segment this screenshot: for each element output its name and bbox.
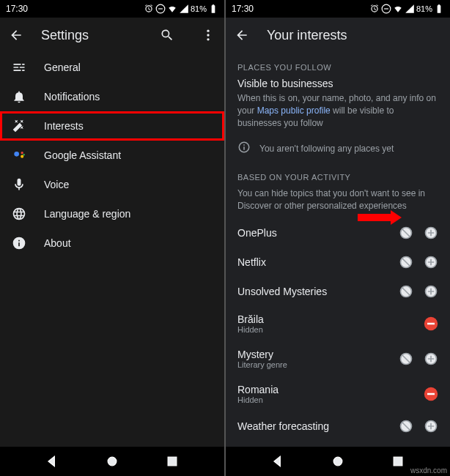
topic-row[interactable]: OnePlus — [226, 218, 450, 248]
svg-rect-9 — [168, 457, 177, 466]
svg-point-1 — [207, 30, 209, 32]
status-icons: 81% — [369, 4, 444, 14]
settings-item-notifications[interactable]: Notifications — [0, 82, 224, 111]
wifi-icon — [167, 4, 177, 14]
settings-list: General Notifications Interests Google A… — [0, 53, 224, 447]
settings-label: About — [44, 237, 71, 249]
back-icon[interactable] — [235, 28, 249, 42]
add-icon[interactable] — [424, 255, 438, 269]
watermark: wsxdn.com — [410, 466, 447, 475]
svg-point-5 — [21, 152, 23, 154]
page-title: Your interests — [267, 28, 441, 43]
block-icon[interactable] — [399, 255, 413, 269]
app-bar: Your interests — [226, 18, 450, 53]
places-desc: When this is on, your name, photo, and a… — [226, 92, 450, 135]
topic-sub: Hidden — [237, 325, 418, 334]
topic-label: Brăila — [237, 313, 418, 325]
svg-point-4 — [14, 152, 19, 157]
battery-icon — [208, 4, 218, 14]
svg-point-2 — [207, 34, 209, 36]
topic-sub: Hidden — [237, 395, 418, 404]
settings-item-assistant[interactable]: Google Assistant — [0, 141, 224, 170]
section-header-places: PLACES YOU FOLLOW — [226, 53, 450, 78]
dnd-icon — [381, 4, 391, 14]
topic-label: OnePlus — [237, 227, 393, 239]
topic-row[interactable]: Weather forecasting — [226, 412, 450, 441]
interests-content: PLACES YOU FOLLOW Visible to businesses … — [226, 53, 450, 447]
status-time: 17:30 — [6, 4, 28, 14]
status-time: 17:30 — [232, 4, 254, 14]
topic-row[interactable]: Netflix — [226, 248, 450, 277]
svg-point-29 — [333, 457, 342, 466]
block-icon[interactable] — [399, 226, 413, 240]
settings-item-language[interactable]: Language & region — [0, 199, 224, 228]
info-icon — [237, 141, 251, 157]
add-icon[interactable] — [424, 419, 438, 434]
topic-row[interactable]: Unsolved Mysteries — [226, 277, 450, 306]
status-bar: 17:30 81% — [226, 0, 450, 18]
svg-rect-22 — [427, 393, 435, 395]
wand-icon — [12, 119, 26, 133]
page-title: Settings — [41, 28, 142, 43]
wifi-icon — [393, 4, 403, 14]
svg-rect-30 — [394, 457, 402, 466]
topic-sub: Literary genre — [237, 360, 393, 369]
settings-item-about[interactable]: About — [0, 228, 224, 258]
info-icon — [12, 236, 26, 250]
add-icon[interactable] — [424, 284, 438, 299]
svg-point-6 — [21, 155, 23, 158]
search-icon[interactable] — [160, 28, 174, 42]
topic-row[interactable]: MysteryLiterary genre — [226, 341, 450, 376]
topic-row[interactable]: BrăilaHidden — [226, 306, 450, 341]
nav-back[interactable] — [45, 454, 59, 469]
unhide-icon[interactable] — [424, 316, 438, 331]
svg-rect-18 — [427, 323, 435, 325]
settings-label: Google Assistant — [44, 149, 121, 161]
topic-label: Weather forecasting — [237, 420, 393, 432]
mic-icon — [12, 177, 26, 192]
section-header-activity: BASED ON YOUR ACTIVITY — [226, 163, 450, 187]
settings-item-voice[interactable]: Voice — [0, 170, 224, 199]
phone-interests: 17:30 81% Your interests PLACES YOU FOLL… — [226, 0, 450, 476]
arrow-annotation — [358, 210, 402, 225]
unhide-icon[interactable] — [424, 387, 438, 401]
topic-row[interactable]: RomaniaHidden — [226, 376, 450, 412]
maps-profile-link[interactable]: Maps public profile — [257, 105, 331, 116]
signal-icon — [179, 4, 189, 14]
topic-row[interactable]: Fiction — [226, 441, 450, 447]
topic-label: Mystery — [237, 349, 393, 360]
globe-icon — [12, 207, 26, 221]
status-icons: 81% — [144, 4, 218, 14]
places-title: Visible to businesses — [226, 78, 450, 92]
dnd-icon — [155, 4, 166, 14]
nav-recent[interactable] — [391, 454, 405, 469]
nav-bar — [0, 447, 224, 476]
add-icon[interactable] — [424, 352, 438, 366]
battery-icon — [434, 4, 444, 14]
places-empty-text: You aren't following any places yet — [259, 144, 394, 154]
activity-desc: You can hide topics that you don't want … — [226, 187, 450, 218]
battery-text: 81% — [416, 4, 432, 13]
settings-label: Interests — [44, 120, 84, 132]
nav-recent[interactable] — [165, 454, 180, 469]
add-icon[interactable] — [424, 226, 438, 240]
topic-label: Unsolved Mysteries — [237, 286, 393, 297]
back-icon[interactable] — [9, 28, 23, 42]
sliders-icon — [12, 60, 26, 75]
app-bar: Settings — [0, 18, 224, 53]
nav-home[interactable] — [105, 454, 119, 469]
nav-back[interactable] — [270, 454, 285, 469]
block-icon[interactable] — [399, 352, 413, 366]
battery-text: 81% — [191, 4, 207, 13]
places-empty-row: You aren't following any places yet — [226, 135, 450, 163]
nav-home[interactable] — [331, 454, 345, 469]
more-icon[interactable] — [201, 28, 215, 42]
topic-label: Netflix — [237, 256, 393, 268]
signal-icon — [405, 4, 415, 14]
settings-item-interests[interactable]: Interests — [0, 111, 224, 141]
phone-settings: 17:30 81% Settings General Notifications… — [0, 0, 224, 476]
block-icon[interactable] — [399, 284, 413, 299]
settings-item-general[interactable]: General — [0, 53, 224, 82]
block-icon[interactable] — [399, 419, 413, 434]
svg-point-3 — [207, 38, 209, 40]
